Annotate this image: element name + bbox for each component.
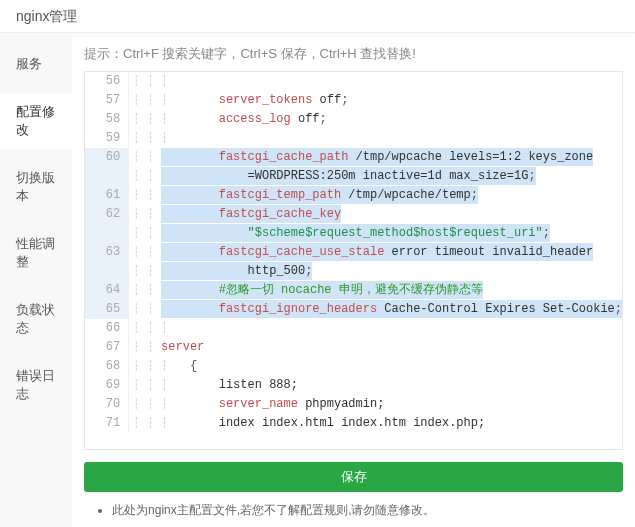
hint-text: 提示：Ctrl+F 搜索关键字，Ctrl+S 保存，Ctrl+H 查找替换!: [84, 45, 623, 63]
sidebar: 服务配置修改切换版本性能调整负载状态错误日志: [0, 33, 72, 527]
sidebar-item-5[interactable]: 错误日志: [0, 357, 72, 413]
sidebar-item-2[interactable]: 切换版本: [0, 159, 72, 215]
sidebar-item-0[interactable]: 服务: [0, 45, 72, 83]
sidebar-item-1[interactable]: 配置修改: [0, 93, 72, 149]
config-editor[interactable]: 56┆ ┆ ┆57┆ ┆ ┆ server_tokens off;58┆ ┆ ┆…: [84, 71, 623, 450]
sidebar-item-4[interactable]: 负载状态: [0, 291, 72, 347]
save-button[interactable]: 保存: [84, 462, 623, 492]
sidebar-item-3[interactable]: 性能调整: [0, 225, 72, 281]
footnote-text: 此处为nginx主配置文件,若您不了解配置规则,请勿随意修改。: [112, 502, 623, 519]
window-title: nginx管理: [0, 0, 635, 33]
